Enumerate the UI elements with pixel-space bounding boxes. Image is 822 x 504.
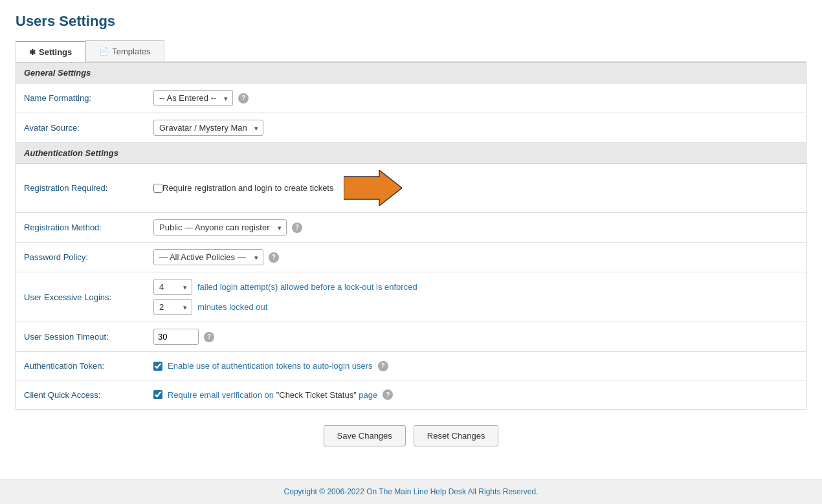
registration-method-help-icon[interactable]: ? [292,223,302,233]
registration-method-row: Registration Method: Public — Anyone can… [16,213,806,243]
minutes-select-wrapper: 2 5 10 30 [153,299,192,315]
tab-settings-label: Settings [39,47,72,57]
registration-required-control: Require registration and login to create… [153,170,798,206]
user-session-timeout-label: User Session Timeout: [24,332,153,342]
tab-settings[interactable]: ✱ Settings [16,41,85,62]
svg-marker-0 [344,170,402,206]
name-formatting-row: Name Formatting: -- As Entered -- First … [16,83,806,113]
authentication-settings-header: Authentication Settings [16,143,806,164]
authentication-token-checkbox-label: Enable use of authentication tokens to a… [168,361,373,371]
avatar-source-control: Gravatar / Mystery Man None [153,120,798,136]
settings-icon: ✱ [29,48,36,57]
password-policy-label: Password Policy: [24,252,153,262]
orange-arrow-icon [344,170,402,206]
password-policy-control: — All Active Policies — None ? [153,249,798,265]
authentication-token-row: Authentication Token: Enable use of auth… [16,352,806,380]
reset-changes-button[interactable]: Reset Changes [414,425,499,446]
client-quick-access-checkbox[interactable] [153,390,162,399]
client-quick-access-row: Client Quick Access: Require email verif… [16,380,806,409]
name-formatting-select-wrapper: -- As Entered -- First Last Last, First [153,90,233,106]
registration-required-row: Registration Required: Require registrat… [16,164,806,213]
excessive-logins-attempts-row: 4 3 5 10 failed login attempt(s) allowed… [153,279,417,295]
attempts-select-wrapper: 4 3 5 10 [153,279,192,295]
name-formatting-select[interactable]: -- As Entered -- First Last Last, First [153,90,233,106]
user-session-timeout-input[interactable] [153,329,199,345]
templates-icon: 📄 [99,47,109,56]
user-session-timeout-row: User Session Timeout: ? [16,322,806,352]
tab-templates-label: Templates [112,47,150,56]
avatar-source-select[interactable]: Gravatar / Mystery Man None [153,120,263,136]
footer-text: Copyright © 2006-2022 On The Main Line H… [284,487,539,496]
authentication-token-checkbox[interactable] [153,362,162,371]
avatar-source-select-wrapper: Gravatar / Mystery Man None [153,120,263,136]
button-row: Save Changes Reset Changes [16,410,806,462]
excessive-logins-minutes-row: 2 5 10 30 minutes locked out [153,299,417,315]
name-formatting-label: Name Formatting: [24,93,153,103]
password-policy-select-wrapper: — All Active Policies — None [153,249,263,265]
save-changes-button[interactable]: Save Changes [324,425,406,446]
attempts-text: failed login attempt(s) allowed before a… [197,282,417,292]
client-quick-access-help-icon[interactable]: ? [383,389,393,400]
client-quick-access-label: Client Quick Access: [24,390,153,400]
registration-required-checkbox[interactable] [153,184,162,193]
password-policy-help-icon[interactable]: ? [269,252,279,263]
registration-required-label: Registration Required: [24,183,153,193]
avatar-source-row: Avatar Source: Gravatar / Mystery Man No… [16,113,806,143]
registration-method-select[interactable]: Public — Anyone can register Private — A… [153,219,287,236]
minutes-text: minutes locked out [197,302,267,312]
footer: Copyright © 2006-2022 On The Main Line H… [0,479,822,504]
avatar-source-label: Avatar Source: [24,123,153,133]
registration-method-control: Public — Anyone can register Private — A… [153,219,798,236]
arrow-container: Require registration and login to create… [153,170,402,206]
excessive-logins-stack: 4 3 5 10 failed login attempt(s) allowed… [153,279,417,315]
registration-required-checkbox-label: Require registration and login to create… [162,183,333,193]
user-excessive-logins-control: 4 3 5 10 failed login attempt(s) allowed… [153,279,798,315]
name-formatting-control: -- As Entered -- First Last Last, First … [153,90,798,106]
authentication-token-control: Enable use of authentication tokens to a… [153,361,798,371]
user-excessive-logins-label: User Excessive Logins: [24,292,153,302]
general-settings-header: General Settings [16,63,806,83]
settings-panel: General Settings Name Formatting: -- As … [16,63,806,410]
user-session-timeout-help-icon[interactable]: ? [204,332,214,342]
client-quick-access-checkbox-label: Require email verification on "Check Tic… [168,390,377,400]
minutes-select[interactable]: 2 5 10 30 [153,299,192,315]
registration-method-label: Registration Method: [24,223,153,232]
client-quick-access-control: Require email verification on "Check Tic… [153,389,798,400]
user-session-timeout-control: ? [153,329,798,345]
password-policy-select[interactable]: — All Active Policies — None [153,249,263,265]
tab-templates[interactable]: 📄 Templates [85,40,164,61]
page-title: Users Settings [16,13,806,30]
main-content: Users Settings ✱ Settings 📄 Templates Ge… [0,0,822,479]
name-formatting-help-icon[interactable]: ? [238,93,249,104]
attempts-select[interactable]: 4 3 5 10 [153,279,192,295]
user-excessive-logins-row: User Excessive Logins: 4 3 5 10 failed l… [16,272,806,322]
tabs-container: ✱ Settings 📄 Templates [16,40,806,63]
password-policy-row: Password Policy: — All Active Policies —… [16,243,806,272]
authentication-token-label: Authentication Token: [24,361,153,371]
authentication-token-help-icon[interactable]: ? [378,361,388,371]
registration-method-select-wrapper: Public — Anyone can register Private — A… [153,219,287,236]
